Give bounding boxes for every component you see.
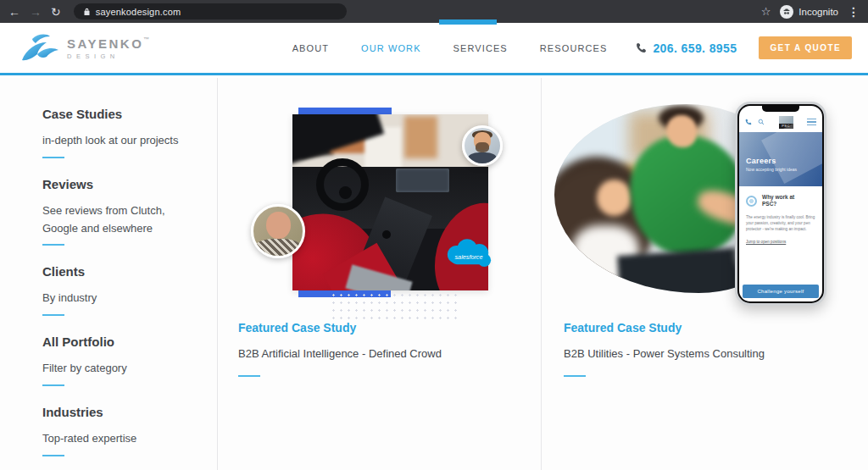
accent-rule [42, 455, 64, 456]
sidebar-item-industries[interactable]: Industries Top-rated expertise [42, 405, 203, 456]
phone-notch [762, 106, 799, 112]
featured-case-study-2: PSC Careers Now accepting bright ideas [541, 78, 868, 470]
site-logo[interactable]: SAYENKO™ DESIGN [20, 33, 152, 64]
main-nav: ABOUT OUR WORK SERVICES RESOURCES [292, 43, 608, 53]
phone-hero-title: Careers [746, 157, 797, 165]
featured-case-study-link[interactable]: Featured Case Study B2B Artificial Intel… [238, 321, 442, 377]
brand-name: SAYENKO [67, 36, 143, 51]
logo-text: SAYENKO™ DESIGN [67, 36, 152, 60]
forward-icon[interactable]: → [30, 6, 42, 18]
phone-icon [636, 42, 647, 53]
site-header: SAYENKO™ DESIGN ABOUT OUR WORK SERVICES … [0, 23, 868, 75]
featured-title: B2B Utilities - Power Systems Consulting [564, 347, 765, 360]
featured-case-study-1: salesforce Featured Case Study B2B Artif… [217, 78, 541, 470]
call-icon [745, 119, 752, 125]
menu-sidebar: Case Studies in-depth look at our projec… [42, 107, 203, 470]
salesforce-label: salesforce [454, 253, 482, 261]
phone-hero-subtitle: Now accepting bright ideas [746, 167, 797, 172]
sidebar-item-desc: By industry [42, 290, 203, 307]
sidebar-item-desc: Top-rated expertise [42, 430, 203, 448]
sidebar-item-reviews[interactable]: Reviews See reviews from Clutch, Google … [42, 177, 203, 246]
get-a-quote-button[interactable]: GET A QUOTE [759, 36, 852, 59]
phone-body-text: The energy industry is finally cool. Bri… [746, 214, 817, 232]
sidebar-item-clients[interactable]: Clients By industry [42, 264, 203, 316]
incognito-badge: Incognito [780, 5, 838, 19]
phone-why-title: Why work at PSC? [762, 194, 798, 208]
active-nav-indicator [439, 19, 497, 25]
nav-item-our-work[interactable]: OUR WORK [361, 43, 421, 53]
sidebar-item-case-studies[interactable]: Case Studies in-depth look at our projec… [42, 107, 203, 158]
accent-rule [42, 314, 64, 316]
incognito-label: Incognito [798, 7, 838, 17]
search-icon [758, 119, 765, 125]
sidebar-item-title: Clients [42, 264, 203, 279]
lock-icon [83, 7, 91, 16]
reload-icon[interactable]: ↻ [51, 6, 61, 18]
phone-screen: PSC Careers Now accepting bright ideas [739, 106, 822, 301]
accent-rule [564, 375, 586, 377]
brand-tm: ™ [143, 36, 152, 42]
accent-rule [238, 375, 260, 377]
sidebar-item-desc: Filter by category [42, 360, 203, 378]
browser-menu-icon[interactable]: ⋮ [848, 6, 860, 18]
url-text: sayenkodesign.com [96, 7, 181, 17]
browser-toolbar: ← → ↻ sayenkodesign.com ☆ [0, 0, 868, 23]
sidebar-item-title: Case Studies [42, 107, 203, 121]
nav-item-resources[interactable]: RESOURCES [540, 43, 608, 53]
mega-menu: Case Studies in-depth look at our projec… [0, 78, 868, 470]
sidebar-item-title: Reviews [42, 177, 203, 191]
browser-window: ← → ↻ sayenkodesign.com ☆ [0, 0, 868, 470]
brand-sub: DESIGN [67, 53, 152, 60]
decor-bar [298, 108, 392, 114]
nav-item-about[interactable]: ABOUT [292, 43, 329, 53]
featured-label: Featured Case Study [238, 321, 442, 335]
badge-icon [746, 196, 757, 207]
featured-case-study-link[interactable]: Featured Case Study B2B Utilities - Powe… [564, 321, 765, 377]
phone-challenge-button: Challenge yourself [743, 285, 819, 298]
phone-mockup: PSC Careers Now accepting bright ideas [735, 102, 826, 306]
avatar [462, 125, 503, 166]
sayenko-logo-icon [20, 33, 59, 64]
address-bar[interactable]: sayenkodesign.com [74, 3, 347, 19]
dot-pattern [330, 291, 462, 322]
avatar [251, 204, 305, 258]
nav-item-services[interactable]: SERVICES [453, 43, 508, 53]
sidebar-item-all-portfolio[interactable]: All Portfolio Filter by category [42, 335, 203, 386]
featured-label: Featured Case Study [564, 321, 765, 335]
phone-number: 206. 659. 8955 [653, 41, 737, 55]
sidebar-item-desc: in-depth look at our projects [42, 132, 203, 150]
accent-rule [42, 244, 64, 246]
incognito-icon [780, 5, 793, 19]
sidebar-item-title: All Portfolio [42, 335, 203, 349]
phone-why-section: Why work at PSC? [746, 194, 798, 208]
phone-jump-link: Jump to open positions [746, 240, 786, 244]
sidebar-item-desc: See reviews from Clutch, Google and else… [42, 202, 203, 238]
phone-hero-image: Careers Now accepting bright ideas [739, 132, 822, 186]
phone-link[interactable]: 206. 659. 8955 [636, 41, 737, 55]
back-icon[interactable]: ← [8, 6, 20, 18]
featured-title: B2B Artificial Intelligence - Defined Cr… [238, 347, 442, 360]
sidebar-item-title: Industries [42, 405, 203, 419]
accent-rule [42, 384, 64, 386]
accent-rule [42, 157, 64, 158]
bookmark-star-icon[interactable]: ☆ [761, 6, 771, 17]
salesforce-logo: salesforce [444, 237, 493, 274]
